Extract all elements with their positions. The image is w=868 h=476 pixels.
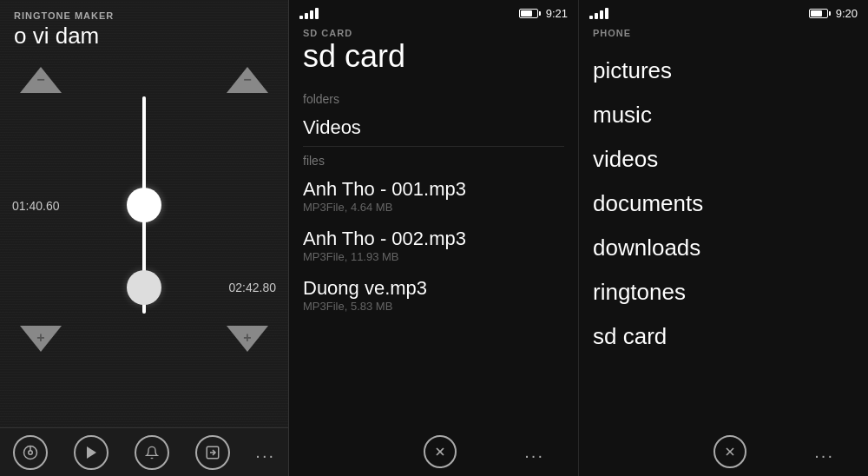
panel3-battery-icon	[809, 9, 831, 18]
panel3-signal-4	[605, 8, 608, 19]
toolbar-play-btn[interactable]	[74, 435, 108, 470]
toolbar-music-btn[interactable]	[13, 435, 48, 470]
arrow-top-left-label: −	[36, 72, 44, 88]
panel3-item-ringtones[interactable]: ringtones	[579, 270, 868, 314]
panel2-videos-folder[interactable]: Videos	[289, 109, 578, 146]
panel2-file-3[interactable]: Duong ve.mp3 MP3File, 5.83 MB	[289, 270, 578, 320]
signal-bar-2	[305, 13, 308, 19]
panel3-item-downloads[interactable]: downloads	[579, 226, 868, 270]
panel3-signal-bars	[589, 8, 608, 19]
panel2-file-1[interactable]: Anh Tho - 001.mp3 MP3File, 4.64 MB	[289, 171, 578, 221]
panel3-battery-body	[809, 9, 828, 18]
panel3-item-documents-label: documents	[593, 190, 854, 217]
signal-bar-3	[310, 10, 313, 19]
panel2-header: SD CARD sd card	[289, 24, 578, 85]
panel3-item-sdcard[interactable]: sd card	[579, 314, 868, 359]
panel-phone: 9:20 PHONE pictures music videos documen…	[579, 0, 868, 476]
signal-bar-1	[299, 16, 303, 19]
panel2-file1-name: Anh Tho - 001.mp3	[303, 178, 564, 201]
toolbar-bell-btn[interactable]	[135, 435, 169, 470]
panel2-subtitle: SD CARD	[303, 28, 564, 38]
panel1-header: RINGTONE MAKER o vi dam	[0, 0, 288, 53]
arrow-top-left[interactable]: −	[17, 62, 64, 98]
panel3-more-btn[interactable]: ...	[814, 442, 834, 462]
slider-area: − − 01:40.60 02:42.80	[0, 53, 288, 366]
panel1-title: RINGTONE MAKER	[14, 10, 274, 21]
signal-bar-4	[315, 8, 319, 19]
panel3-signal-2	[595, 13, 598, 19]
panel2-time: 9:21	[546, 7, 568, 20]
svg-point-1	[29, 450, 33, 454]
panel3-signal-3	[600, 10, 603, 19]
panel3-signal-1	[589, 16, 593, 19]
panel3-status-bar: 9:20	[579, 0, 868, 24]
arrow-bot-left[interactable]: +	[17, 321, 64, 357]
panel3-item-videos[interactable]: videos	[579, 137, 868, 182]
panel2-videos-title: Videos	[303, 116, 564, 139]
arrow-bot-right[interactable]: +	[224, 321, 271, 357]
panel2-file3-name: Duong ve.mp3	[303, 277, 564, 300]
panel3-item-music[interactable]: music	[579, 93, 868, 137]
panel2-file2-meta: MP3File, 11.93 MB	[303, 250, 564, 263]
panel3-close-btn[interactable]	[713, 435, 746, 468]
panel3-battery-fill	[811, 10, 823, 17]
panel3-battery-tip	[829, 11, 831, 16]
panel2-file2-name: Anh Tho - 002.mp3	[303, 228, 564, 250]
panel2-close-btn[interactable]	[424, 435, 457, 468]
slider-handle-2[interactable]	[127, 270, 161, 305]
panel2-title: sd card	[303, 38, 564, 75]
panel3-item-music-label: music	[593, 102, 854, 129]
panel2-file3-meta: MP3File, 5.83 MB	[303, 300, 564, 313]
panel1-song: o vi dam	[14, 23, 274, 50]
battery-tip	[539, 11, 541, 16]
panel-ringtone-maker: RINGTONE MAKER o vi dam − −	[0, 0, 289, 476]
panel2-files-label: files	[289, 147, 578, 171]
panel2-file-2[interactable]: Anh Tho - 002.mp3 MP3File, 11.93 MB	[289, 221, 578, 270]
panel3-item-sdcard-label: sd card	[593, 323, 854, 350]
toolbar-more-btn[interactable]: ...	[255, 442, 275, 462]
panel2-status-bar: 9:21	[289, 0, 578, 24]
svg-marker-3	[87, 446, 96, 459]
arrow-bot-right-label: +	[243, 330, 251, 346]
panel3-item-pictures[interactable]: pictures	[579, 49, 868, 93]
panel-sd-card: 9:21 SD CARD sd card folders Videos file…	[289, 0, 579, 476]
time-label-1: 01:40.60	[12, 199, 60, 213]
panel3-time: 9:20	[836, 7, 858, 20]
toolbar-share-btn[interactable]	[195, 435, 230, 470]
slider-handle-1[interactable]	[127, 188, 161, 222]
panel3-bottom-bar: ...	[579, 427, 868, 476]
panel3-item-downloads-label: downloads	[593, 235, 854, 261]
panel3-item-ringtones-label: ringtones	[593, 279, 854, 306]
panel2-more-btn[interactable]: ...	[524, 442, 544, 462]
status-right: 9:21	[519, 7, 568, 20]
panel2-bottom-bar: ...	[289, 427, 578, 476]
battery-body	[519, 9, 538, 18]
battery-fill	[521, 10, 533, 17]
arrow-top-right-label: −	[243, 72, 251, 88]
battery-icon	[519, 9, 541, 18]
signal-bars	[299, 8, 319, 19]
panel3-header: PHONE	[579, 24, 868, 49]
panel1-toolbar: ...	[0, 427, 288, 476]
arrow-bot-left-label: +	[36, 330, 44, 346]
panel3-item-videos-label: videos	[593, 146, 854, 173]
arrow-top-right[interactable]: −	[224, 62, 271, 98]
panel3-status-right: 9:20	[809, 7, 858, 20]
panel2-file1-meta: MP3File, 4.64 MB	[303, 201, 564, 214]
panel2-folders-label: folders	[289, 85, 578, 109]
panel3-item-documents[interactable]: documents	[579, 182, 868, 226]
time-label-2: 02:42.80	[229, 281, 277, 294]
panel3-subtitle: PHONE	[593, 28, 854, 38]
panel3-item-pictures-label: pictures	[593, 57, 854, 84]
